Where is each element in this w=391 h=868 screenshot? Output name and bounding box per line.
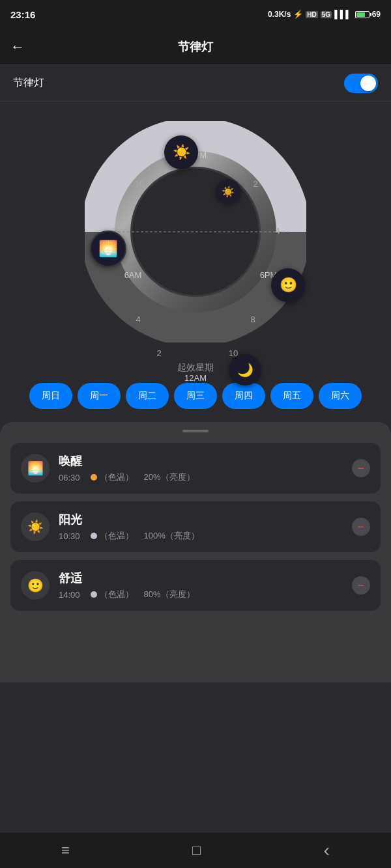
warm-dot [91, 474, 97, 481]
comfort-color-label: （色温） [100, 589, 134, 600]
status-bar: 23:16 0.3K/s ⚡ HD 5G ▌▌▌ 69 [0, 0, 391, 29]
day-saturday[interactable]: 周六 [319, 383, 362, 409]
schedule-info-comfort: 舒适 14:00 （色温） 80%（亮度） [59, 570, 343, 600]
status-time: 23:16 [10, 9, 35, 20]
label-2-upper: 2 [253, 179, 257, 189]
toggle-row: 节律灯 [0, 65, 391, 102]
schedule-item-comfort: 🙂 舒适 14:00 （色温） 80%（亮度） − [10, 560, 381, 611]
schedule-name-sunshine: 阳光 [59, 512, 343, 527]
delete-comfort-button[interactable]: − [352, 576, 370, 595]
label-2-lower: 2 [156, 348, 161, 358]
cool-dot [91, 533, 97, 539]
schedule-sub-sunshine: 10:30 （色温） 100%（亮度） [59, 530, 343, 542]
day-friday[interactable]: 周五 [270, 383, 313, 409]
schedule-icon-comfort: 🙂 [21, 571, 50, 600]
schedule-info-wake: 唤醒 06:30 （色温） 20%（亮度） [59, 453, 343, 483]
schedule-name-wake: 唤醒 [59, 453, 343, 469]
schedule-sub-comfort: 14:00 （色温） 80%（亮度） [59, 589, 343, 600]
sunrise-icon[interactable]: 🌅 [90, 231, 126, 267]
wake-brightness: 20%（亮度） [144, 471, 195, 483]
hd-icon: HD [306, 11, 317, 18]
schedule-item-sunshine: ☀️ 阳光 10:30 （色温） 100%（亮度） − [10, 501, 381, 552]
network-speed: 0.3K/s [268, 10, 291, 19]
wake-color-dot: （色温） [91, 471, 134, 483]
schedule-panel: 🌅 唤醒 06:30 （色温） 20%（亮度） − ☀️ 阳光 10:30 （色 [0, 422, 391, 682]
schedule-sub-wake: 06:30 （色温） 20%（亮度） [59, 471, 343, 483]
day-thursday[interactable]: 周四 [222, 383, 265, 409]
schedule-name-comfort: 舒适 [59, 570, 343, 586]
comfort-color-dot: （色温） [91, 589, 134, 600]
label-8-lower: 8 [250, 315, 255, 324]
rhythm-light-toggle[interactable] [344, 74, 378, 93]
schedule-icon-sunshine: ☀️ [21, 512, 50, 541]
cool-dot-2 [91, 591, 97, 598]
nav-bar: ≡ □ ‹ [0, 832, 391, 868]
back-button[interactable]: ← [10, 38, 25, 55]
schedule-info-sunshine: 阳光 10:30 （色温） 100%（亮度） [59, 512, 343, 542]
clock-section: 12PM 10 2 8 4 6AM 6PM 4 8 2 10 12AM ☀️ ☀… [0, 102, 391, 356]
comfort-time: 14:00 [59, 590, 80, 600]
day-sunday[interactable]: 周日 [29, 383, 72, 409]
page-title: 节律灯 [178, 39, 213, 55]
label-4-right: 4 [275, 226, 280, 236]
moon-icon[interactable]: 🌙 [229, 354, 261, 385]
day-monday[interactable]: 周一 [78, 383, 121, 409]
toggle-label: 节律灯 [13, 76, 44, 90]
sunshine-color-label: （色温） [100, 530, 134, 542]
delete-sunshine-button[interactable]: − [352, 518, 370, 536]
label-12am: 12AM [184, 373, 207, 383]
battery-icon [355, 11, 369, 18]
panel-handle[interactable] [182, 430, 209, 432]
sunshine-brightness: 100%（亮度） [144, 530, 199, 542]
comfort-brightness: 80%（亮度） [144, 589, 195, 600]
days-row: 周日 周一 周二 周三 周四 周五 周六 [0, 383, 391, 409]
days-section: 起效星期 周日 周一 周二 周三 周四 周五 周六 [0, 356, 391, 422]
label-6am: 6AM [124, 270, 142, 280]
status-right: 0.3K/s ⚡ HD 5G ▌▌▌ 69 [268, 10, 381, 19]
sunshine-time: 10:30 [59, 531, 80, 541]
battery-percent: 69 [372, 10, 381, 19]
nav-menu-icon[interactable]: ≡ [61, 842, 70, 859]
nav-home-icon[interactable]: □ [192, 842, 201, 859]
5g-icon: 5G [321, 11, 332, 18]
toggle-knob [360, 76, 376, 91]
nav-back-icon[interactable]: ‹ [324, 840, 330, 861]
signal-icon: ▌▌▌ [334, 10, 351, 19]
sun-bright-icon: ☀️ [216, 179, 240, 204]
header: ← 节律灯 [0, 29, 391, 65]
label-10: 10 [135, 179, 144, 189]
delete-wake-button[interactable]: − [352, 459, 370, 477]
sun-noon-icon[interactable]: ☀️ [164, 135, 198, 169]
label-4-lower: 4 [136, 315, 140, 324]
day-tuesday[interactable]: 周二 [126, 383, 169, 409]
days-label: 起效星期 [0, 362, 391, 374]
day-wednesday[interactable]: 周三 [174, 383, 217, 409]
wake-color-label: （色温） [100, 471, 134, 483]
clock-dial[interactable]: 12PM 10 2 8 4 6AM 6PM 4 8 2 10 12AM ☀️ ☀… [85, 121, 306, 343]
smile-icon[interactable]: 🙂 [271, 268, 305, 302]
schedule-icon-wake: 🌅 [21, 454, 50, 483]
bluetooth-icon: ⚡ [293, 10, 303, 19]
sunshine-color-dot: （色温） [91, 530, 134, 542]
wake-time: 06:30 [59, 473, 80, 483]
schedule-item-wake: 🌅 唤醒 06:30 （色温） 20%（亮度） − [10, 443, 381, 494]
